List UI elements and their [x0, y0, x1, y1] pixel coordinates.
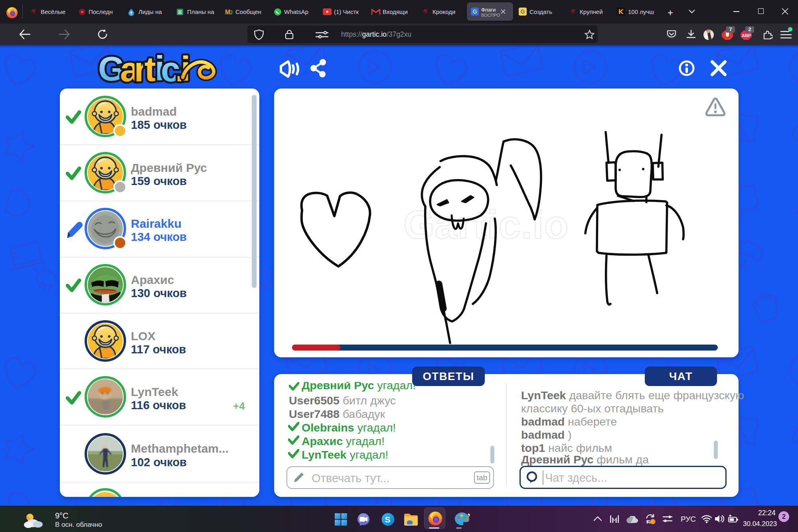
svg-text:J: J [229, 9, 233, 16]
svg-text:ABP: ABP [742, 33, 751, 38]
svg-text:S: S [385, 515, 391, 524]
svg-text:t: t [144, 51, 156, 85]
